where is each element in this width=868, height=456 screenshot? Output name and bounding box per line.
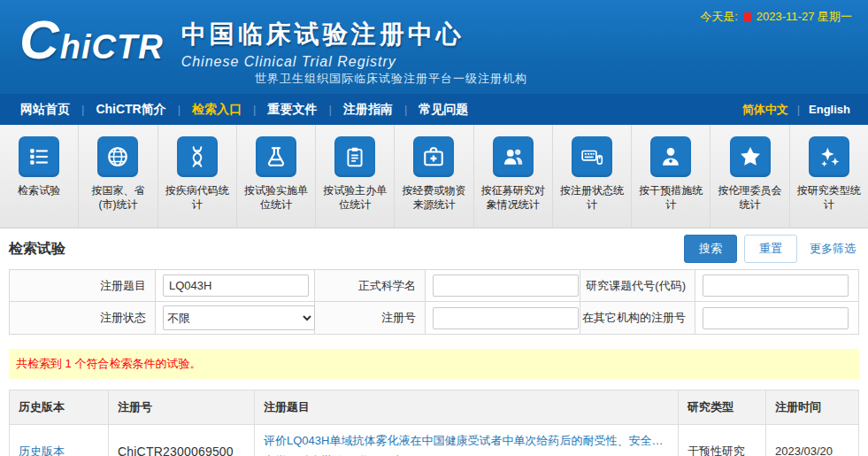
clipboard-icon xyxy=(334,136,375,177)
form-row: 注册题目 正式科学名 研究课题代号(代码) xyxy=(10,270,859,302)
stats-item-by-funding-source[interactable]: 按经费或物资来源统计 xyxy=(395,125,473,228)
stats-item-by-sponsor-unit[interactable]: 按试验主办单位统计 xyxy=(316,125,395,228)
reg-number-input[interactable] xyxy=(433,307,579,329)
table-row: 历史版本 ChiCTR2300069500 评价LQ043H单域抗体雾化液在中国… xyxy=(10,425,859,456)
scientific-name-label: 正式科学名 xyxy=(315,270,426,302)
language-switch: 简体中文 English xyxy=(734,102,859,118)
lang-simplified-chinese[interactable]: 简体中文 xyxy=(734,102,797,118)
stats-item-label: 按研究类型统计 xyxy=(790,183,868,212)
stats-item-label: 按干预措施统计 xyxy=(632,183,710,212)
search-form: 注册题目 正式科学名 研究课题代号(代码) 注册状态 不限 注册号 在其它机构的… xyxy=(9,269,859,335)
page-title: 检索试验 xyxy=(9,240,65,259)
reg-status-label: 注册状态 xyxy=(10,302,156,335)
col-title: 注册题目 xyxy=(255,390,679,425)
flask-icon xyxy=(256,136,296,177)
stats-item-label: 按国家、省(市)统计 xyxy=(79,183,157,212)
stats-item-label: 按注册状态统计 xyxy=(553,183,631,212)
today-label: 今天是: xyxy=(700,9,738,25)
col-study-type: 研究类型 xyxy=(679,390,766,425)
site-title-en: Chinese Clinical Trial Registry xyxy=(181,54,465,70)
form-row: 注册状态 不限 注册号 在其它机构的注册号 xyxy=(10,302,859,335)
star-icon xyxy=(730,136,771,177)
stats-item-label: 按试验主办单位统计 xyxy=(316,183,394,212)
other-reg-number-input[interactable] xyxy=(703,307,849,329)
site-titles: 中国临床试验注册中心 Chinese Clinical Trial Regist… xyxy=(181,14,465,70)
results-header-row: 历史版本 注册号 注册题目 研究类型 注册时间 xyxy=(10,390,859,425)
reg-title-input[interactable] xyxy=(163,274,309,297)
main-nav: 网站首页 ChiCTR简介 检索入口 重要文件 注册指南 常见问题 简体中文 E… xyxy=(0,94,868,125)
search-section-header: 检索试验 搜索 重置 更多筛选 xyxy=(9,228,859,269)
stats-item-label: 按疾病代码统计 xyxy=(158,183,236,212)
search-button[interactable]: 搜索 xyxy=(684,235,737,263)
more-filters-link[interactable]: 更多筛选 xyxy=(810,241,856,257)
main-content: 检索试验 搜索 重置 更多筛选 注册题目 正式科学名 研究课题代号(代码) 注册… xyxy=(0,228,868,456)
search-actions: 搜索 重置 更多筛选 xyxy=(684,235,859,263)
first-aid-kit-icon xyxy=(413,136,454,177)
col-reg-no: 注册号 xyxy=(109,390,255,425)
nav-item-documents[interactable]: 重要文件 xyxy=(257,102,329,118)
nav-item-about[interactable]: ChiCTR简介 xyxy=(84,102,177,118)
registration-number: ChiCTR2300069500 xyxy=(118,444,234,456)
site-subtitle: 世界卫生组织国际临床试验注册平台一级注册机构 xyxy=(255,71,527,87)
reset-button[interactable]: 重置 xyxy=(744,235,797,263)
stats-item-by-ethics-committee[interactable]: 按伦理委员会统计 xyxy=(711,125,789,228)
nav-item-guide[interactable]: 注册指南 xyxy=(332,102,404,118)
stats-item-label: 按经费或物资来源统计 xyxy=(395,183,472,212)
stats-item-by-country[interactable]: 按国家、省(市)统计 xyxy=(79,125,157,228)
other-reg-number-label: 在其它机构的注册号 xyxy=(580,302,695,335)
stats-item-by-registration-status[interactable]: 按注册状态统计 xyxy=(553,125,632,228)
site-header: 今天是: 2023-11-27 星期一 ChiCTR 中国临床试验注册中心 Ch… xyxy=(0,0,868,94)
scientific-name-input[interactable] xyxy=(433,274,579,297)
stats-item-by-intervention[interactable]: 按干预措施统计 xyxy=(632,125,711,228)
stats-item-label: 按伦理委员会统计 xyxy=(711,183,788,212)
registration-date-value: 2023/03/20 xyxy=(766,425,859,456)
chictr-logo[interactable]: ChiCTR xyxy=(19,14,164,73)
results-table: 历史版本 注册号 注册题目 研究类型 注册时间 历史版本 ChiCTR23000… xyxy=(9,390,859,456)
people-icon xyxy=(493,136,534,177)
col-reg-date: 注册时间 xyxy=(766,390,859,425)
stats-item-by-recruitment-status[interactable]: 按征募研究对象情况统计 xyxy=(474,125,553,228)
trial-title-link[interactable]: 评价LQ043H单域抗体雾化液在中国健康受试者中单次给药后的耐受性、安全性、..… xyxy=(264,433,669,449)
doctor-icon xyxy=(650,136,691,177)
stats-item-label: 按征募研究对象情况统计 xyxy=(474,183,552,212)
study-type-value: 干预性研究 xyxy=(679,425,766,456)
result-count-notice: 共检索到 1 个符合检索条件的试验。 xyxy=(9,349,859,379)
nav-item-search-entry[interactable]: 检索入口 xyxy=(181,102,253,118)
dna-icon xyxy=(177,136,218,177)
nav-item-faq[interactable]: 常见问题 xyxy=(407,102,480,118)
stats-nav-strip: 检索试验 按国家、省(市)统计 按疾病代码统计 按试验实施单位统计 按试验主办单 xyxy=(0,125,868,228)
lang-english[interactable]: English xyxy=(800,103,859,116)
globe-icon xyxy=(97,136,138,177)
reg-number-label: 注册号 xyxy=(315,302,426,335)
list-123-icon xyxy=(19,136,59,177)
today-value: 2023-11-27 星期一 xyxy=(757,9,852,25)
stats-item-by-implementing-unit[interactable]: 按试验实施单位统计 xyxy=(237,125,316,228)
col-history: 历史版本 xyxy=(10,390,109,425)
sparkles-icon xyxy=(809,136,849,177)
project-code-input[interactable] xyxy=(703,274,849,297)
site-title-cn: 中国临床试验注册中心 xyxy=(181,18,465,51)
stats-item-by-study-type[interactable]: 按研究类型统计 xyxy=(790,125,868,228)
nav-item-home[interactable]: 网站首页 xyxy=(9,102,81,118)
stats-item-search-trials[interactable]: 检索试验 xyxy=(0,125,79,228)
stats-item-label: 检索试验 xyxy=(13,183,65,197)
stats-item-label: 按试验实施单位统计 xyxy=(237,183,315,212)
calendar-icon xyxy=(743,12,751,22)
chictr-page: 今天是: 2023-11-27 星期一 ChiCTR 中国临床试验注册中心 Ch… xyxy=(0,0,868,456)
keyboard-mouse-icon xyxy=(572,136,612,177)
today-date: 今天是: 2023-11-27 星期一 xyxy=(700,9,852,25)
history-version-link[interactable]: 历史版本 xyxy=(19,444,65,456)
stats-item-by-disease-code[interactable]: 按疾病代码统计 xyxy=(158,125,237,228)
reg-status-select[interactable]: 不限 xyxy=(163,305,315,330)
project-code-label: 研究课题代号(代码) xyxy=(580,270,695,302)
reg-title-label: 注册题目 xyxy=(10,270,156,302)
